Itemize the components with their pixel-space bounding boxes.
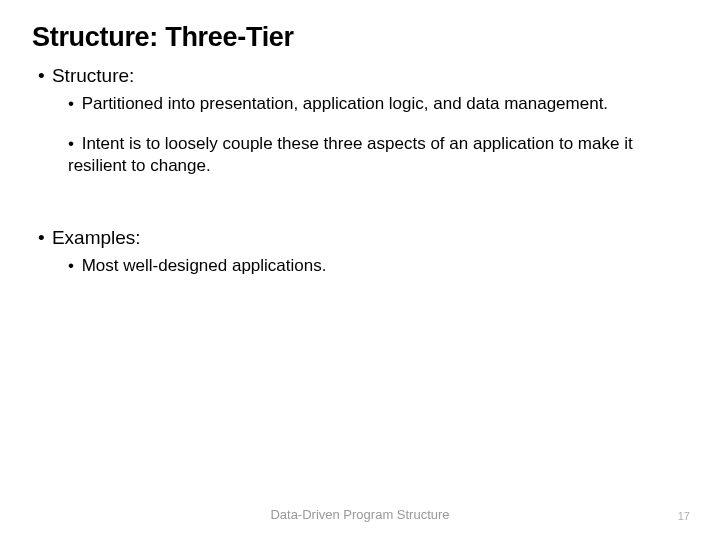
structure-heading-text: Structure: — [52, 65, 134, 86]
section-structure-heading: • Structure: — [38, 65, 670, 87]
examples-item-1: • Most well-designed applications. — [38, 255, 670, 277]
slide-content: • Structure: • Partitioned into presenta… — [0, 53, 720, 277]
bullet-icon: • — [68, 256, 74, 275]
structure-item-2: • Intent is to loosely couple these thre… — [38, 133, 670, 177]
structure-item-1-text: Partitioned into presentation, applicati… — [82, 94, 608, 113]
bullet-icon: • — [68, 94, 74, 113]
footer-text: Data-Driven Program Structure — [0, 507, 720, 522]
bullet-icon: • — [68, 134, 74, 153]
section-examples-heading: • Examples: — [38, 227, 670, 249]
examples-section: • Examples: • Most well-designed applica… — [38, 227, 670, 277]
page-number: 17 — [678, 510, 690, 522]
structure-item-2-text: Intent is to loosely couple these three … — [68, 134, 633, 175]
examples-heading-text: Examples: — [52, 227, 141, 248]
slide-title: Structure: Three-Tier — [0, 0, 720, 53]
examples-item-1-text: Most well-designed applications. — [82, 256, 327, 275]
structure-item-1: • Partitioned into presentation, applica… — [38, 93, 670, 115]
bullet-icon: • — [38, 227, 45, 248]
bullet-icon: • — [38, 65, 45, 86]
